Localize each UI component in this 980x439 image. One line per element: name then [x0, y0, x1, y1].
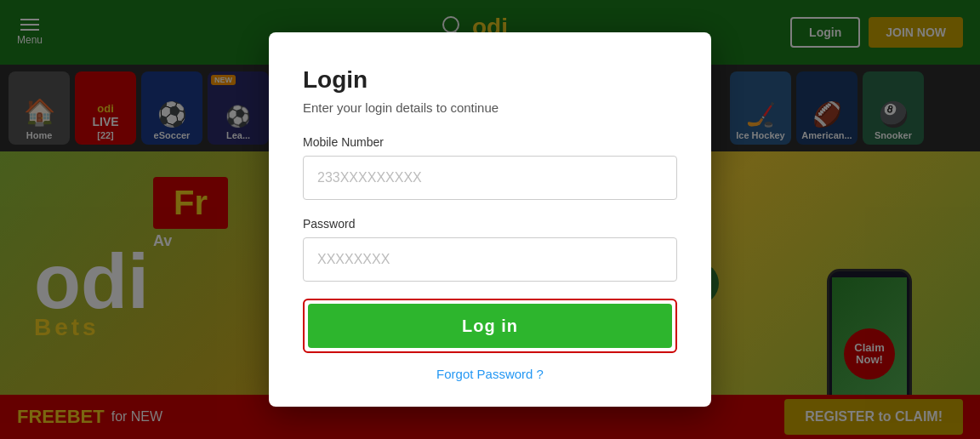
password-input[interactable]	[303, 237, 677, 282]
modal-title: Login	[303, 66, 677, 94]
login-submit-button[interactable]: Log in	[308, 304, 672, 348]
login-submit-wrapper: Log in	[303, 299, 677, 353]
modal-subtitle: Enter your login details to continue	[303, 100, 677, 115]
mobile-label: Mobile Number	[303, 135, 677, 149]
mobile-input[interactable]	[303, 156, 677, 200]
modal-overlay: Login Enter your login details to contin…	[0, 0, 980, 439]
forgot-password-link[interactable]: Forgot Password ?	[303, 367, 677, 381]
login-modal: Login Enter your login details to contin…	[269, 32, 711, 407]
password-label: Password	[303, 217, 677, 231]
